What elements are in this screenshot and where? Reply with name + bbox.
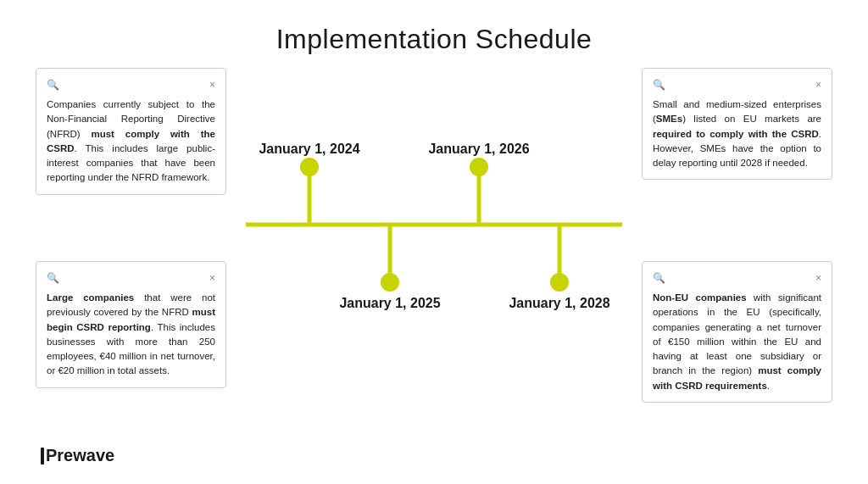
- svg-point-11: [550, 273, 569, 292]
- card-bottom-left-header: 🔍 ×: [47, 270, 215, 286]
- card-top-right: 🔍 × Small and medium-sized enterprises (…: [642, 68, 832, 180]
- search-icon: 🔍: [653, 77, 665, 92]
- logo-pipe: [41, 448, 44, 465]
- timeline: January 1, 2024 January 1, 2026 January …: [229, 131, 639, 318]
- card-top-left-body: Companies currently subject to the Non-F…: [47, 97, 215, 186]
- card-bottom-left: 🔍 × Large companies that were not previo…: [36, 261, 226, 388]
- card-top-right-header: 🔍 ×: [653, 77, 821, 92]
- search-icon: 🔍: [47, 270, 59, 286]
- page-title: Implementation Schedule: [0, 0, 868, 55]
- card-top-left-header: 🔍 ×: [47, 77, 215, 92]
- svg-text:January 1, 2024: January 1, 2024: [259, 142, 359, 156]
- svg-text:January 1, 2025: January 1, 2025: [339, 296, 440, 310]
- svg-text:January 1, 2026: January 1, 2026: [428, 142, 529, 156]
- svg-point-2: [300, 158, 319, 176]
- close-icon[interactable]: ×: [209, 77, 215, 92]
- card-bottom-right-header: 🔍 ×: [653, 270, 821, 286]
- logo-text: Prewave: [46, 446, 114, 465]
- close-icon[interactable]: ×: [815, 77, 821, 92]
- svg-point-8: [381, 273, 399, 292]
- svg-point-5: [470, 158, 488, 176]
- close-icon[interactable]: ×: [815, 270, 821, 286]
- card-bottom-left-body: Large companies that were not previously…: [47, 291, 215, 379]
- card-top-right-body: Small and medium-sized enterprises (SMEs…: [653, 97, 821, 170]
- search-icon: 🔍: [47, 77, 59, 92]
- search-icon: 🔍: [653, 270, 665, 286]
- card-bottom-right-body: Non-EU companies with significant operat…: [653, 291, 821, 393]
- logo: Prewave: [41, 446, 114, 465]
- card-top-left: 🔍 × Companies currently subject to the N…: [36, 68, 226, 195]
- close-icon[interactable]: ×: [209, 270, 215, 286]
- svg-text:January 1, 2028: January 1, 2028: [509, 296, 609, 310]
- card-bottom-right: 🔍 × Non-EU companies with significant op…: [642, 261, 832, 403]
